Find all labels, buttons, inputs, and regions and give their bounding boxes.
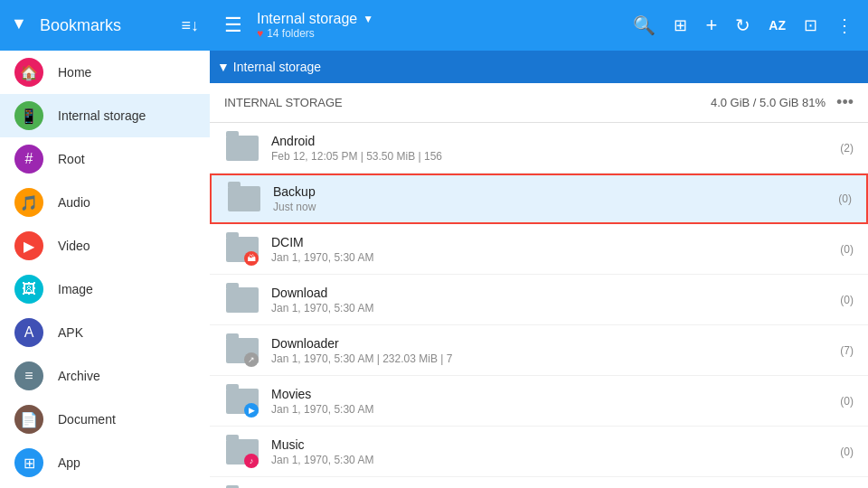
sidebar-item-internal-storage[interactable]: 📱Internal storage (0, 94, 210, 137)
sidebar-item-app[interactable]: ⊞App (0, 441, 210, 484)
toolbar-actions: 🔍 ⊞ + ↻ AZ ⊡ ⋮ (626, 6, 861, 44)
file-info-download: DownloadJan 1, 1970, 5:30 AM (271, 286, 840, 314)
chevron-down-icon[interactable]: ▼ (11, 14, 33, 36)
sort-az-button[interactable]: AZ (761, 11, 793, 40)
file-row-downloader[interactable]: ↗DownloaderJan 1, 1970, 5:30 AM | 232.03… (210, 325, 868, 376)
file-meta-movies: Jan 1, 1970, 5:30 AM (271, 403, 840, 416)
sidebar-label-video: Video (58, 239, 90, 253)
file-row-download[interactable]: DownloadJan 1, 1970, 5:30 AM(0) (210, 275, 868, 325)
file-row-android[interactable]: AndroidFeb 12, 12:05 PM | 53.50 MiB | 15… (210, 123, 868, 174)
home-icon: 🏠 (14, 58, 43, 87)
toolbar: ☰ Internal storage ▼ ♥ 14 folders 🔍 ⊞ + … (210, 0, 868, 51)
file-name-download: Download (271, 286, 840, 300)
sidebar-title: Bookmarks (40, 16, 181, 35)
menu-icon[interactable]: ☰ (217, 6, 250, 44)
search-button[interactable]: 🔍 (626, 7, 663, 43)
folder-icon-download (224, 282, 260, 318)
toolbar-subtitle: ♥ 14 folders (257, 27, 373, 40)
file-name-music: Music (271, 437, 840, 452)
file-meta-download: Jan 1, 1970, 5:30 AM (271, 302, 840, 314)
folder-badge-dcim: 🏔 (244, 251, 259, 266)
view-button[interactable]: ⊞ (666, 8, 694, 42)
sidebar-label-image: Image (58, 282, 93, 296)
file-info-downloader: DownloaderJan 1, 1970, 5:30 AM | 232.03 … (271, 336, 840, 365)
sidebar-label-audio: Audio (58, 195, 90, 210)
breadcrumb-bar: ▼ Internal storage (210, 51, 868, 83)
file-info-android: AndroidFeb 12, 12:05 PM | 53.50 MiB | 15… (271, 134, 840, 163)
file-count-downloader: (7) (840, 344, 854, 357)
file-count-download: (0) (840, 294, 854, 306)
file-list: INTERNAL STORAGE 4.0 GiB / 5.0 GiB 81% •… (210, 83, 868, 488)
sidebar-label-internal-storage: Internal storage (58, 108, 146, 123)
file-meta-music: Jan 1, 1970, 5:30 AM (271, 454, 840, 466)
heart-icon: ♥ (257, 27, 263, 40)
file-info-backup: BackupJust now (273, 184, 838, 213)
file-meta-android: Feb 12, 12:05 PM | 53.50 MiB | 156 (271, 150, 840, 163)
file-name-backup: Backup (273, 184, 838, 199)
file-row-notifications[interactable]: NotificationsJan 1, 1970, 5:30 AM (210, 477, 868, 488)
sidebar: ▼ Bookmarks ≡↓ 🏠Home📱Internal storage#Ro… (0, 0, 210, 488)
file-name-movies: Movies (271, 387, 840, 401)
file-name-downloader: Downloader (271, 336, 840, 351)
sidebar-item-archive[interactable]: ≡Archive (0, 354, 210, 398)
apk-icon: A (14, 318, 43, 347)
folder-badge-movies: ▶ (244, 403, 259, 418)
select-button[interactable]: ⊡ (797, 8, 825, 42)
file-name-android: Android (271, 134, 840, 148)
more-options-button[interactable]: ⋮ (828, 7, 861, 43)
document-icon: 📄 (14, 405, 43, 434)
sidebar-label-root: Root (58, 152, 85, 166)
file-meta-dcim: Jan 1, 1970, 5:30 AM (271, 251, 840, 264)
file-name-dcim: DCIM (271, 235, 840, 249)
folder-icon-music: ♪ (224, 434, 260, 470)
sidebar-label-document: Document (58, 412, 116, 427)
video-icon: ▶ (14, 231, 43, 260)
toolbar-title-block: Internal storage ▼ ♥ 14 folders (257, 11, 373, 40)
file-row-backup[interactable]: BackupJust now(0) (210, 174, 868, 224)
sidebar-item-home[interactable]: 🏠Home (0, 51, 210, 94)
sidebar-items: 🏠Home📱Internal storage#Root🎵Audio▶Video🖼… (0, 51, 210, 488)
folder-icon-downloader: ↗ (224, 333, 260, 369)
sidebar-label-app: App (58, 455, 80, 470)
main-content: ☰ Internal storage ▼ ♥ 14 folders 🔍 ⊞ + … (210, 0, 868, 488)
archive-icon: ≡ (14, 361, 43, 390)
file-row-dcim[interactable]: 🏔DCIMJan 1, 1970, 5:30 AM(0) (210, 224, 868, 275)
folder-icon-dcim: 🏔 (224, 231, 260, 267)
toolbar-dropdown-icon[interactable]: ▼ (363, 13, 373, 25)
internal-storage-icon: 📱 (14, 101, 43, 130)
sidebar-item-all-files[interactable]: 📁All Files (0, 484, 210, 488)
folder-icon-android (224, 130, 260, 166)
audio-icon: 🎵 (14, 188, 43, 217)
file-info-movies: MoviesJan 1, 1970, 5:30 AM (271, 387, 840, 416)
sidebar-label-home: Home (58, 65, 91, 80)
folder-badge-downloader: ↗ (244, 352, 259, 367)
add-button[interactable]: + (698, 6, 724, 44)
breadcrumb-collapse-icon[interactable]: ▼ (217, 60, 230, 74)
image-icon: 🖼 (14, 275, 43, 304)
sidebar-item-document[interactable]: 📄Document (0, 398, 210, 441)
sidebar-item-video[interactable]: ▶Video (0, 224, 210, 267)
storage-header: INTERNAL STORAGE 4.0 GiB / 5.0 GiB 81% •… (210, 83, 868, 123)
file-count-backup: (0) (838, 192, 852, 205)
file-row-movies[interactable]: ▶MoviesJan 1, 1970, 5:30 AM(0) (210, 376, 868, 427)
toolbar-title-row: Internal storage ▼ (257, 11, 373, 27)
refresh-button[interactable]: ↻ (728, 7, 758, 43)
file-count-dcim: (0) (840, 243, 854, 256)
storage-more-button[interactable]: ••• (836, 93, 854, 112)
sidebar-item-image[interactable]: 🖼Image (0, 267, 210, 311)
sidebar-label-archive: Archive (58, 369, 100, 383)
root-icon: # (14, 145, 43, 174)
file-meta-backup: Just now (273, 201, 838, 213)
sidebar-item-apk[interactable]: AAPK (0, 311, 210, 354)
toolbar-title: Internal storage (257, 11, 357, 27)
folder-icon-backup (226, 181, 262, 217)
sort-icon[interactable]: ≡↓ (181, 16, 199, 35)
storage-name: INTERNAL STORAGE (224, 96, 700, 109)
folder-icon-movies: ▶ (224, 383, 260, 419)
storage-info: 4.0 GiB / 5.0 GiB 81% (711, 96, 826, 109)
sidebar-item-root[interactable]: #Root (0, 137, 210, 181)
file-row-music[interactable]: ♪MusicJan 1, 1970, 5:30 AM(0) (210, 427, 868, 477)
sidebar-item-audio[interactable]: 🎵Audio (0, 181, 210, 224)
file-meta-downloader: Jan 1, 1970, 5:30 AM | 232.03 MiB | 7 (271, 352, 840, 365)
file-count-music: (0) (840, 446, 854, 458)
